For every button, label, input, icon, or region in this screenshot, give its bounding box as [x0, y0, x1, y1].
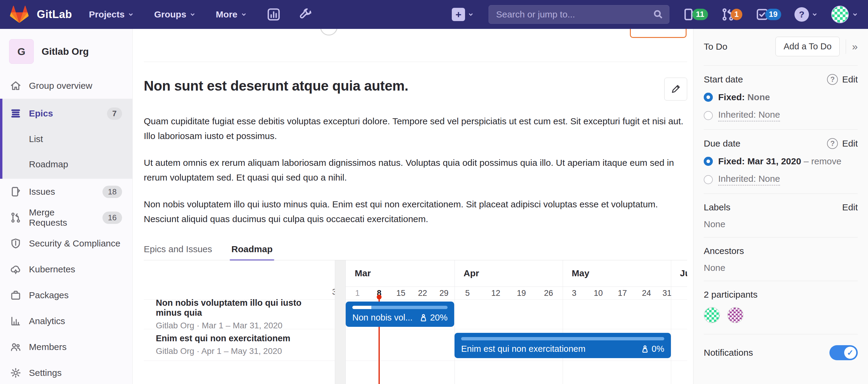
epic-icon	[10, 108, 21, 119]
issues-nav-button[interactable]: 11	[683, 8, 708, 21]
sidebar-item-epics-list[interactable]: List	[0, 127, 132, 152]
gitlab-tanuki-logo[interactable]	[10, 5, 29, 24]
epic-list-row[interactable]: Non nobis voluptatem illo qui iusto minu…	[144, 300, 327, 329]
help-menu-button[interactable]: ?	[795, 7, 818, 22]
epic-row-title: Non nobis voluptatem illo qui iusto minu…	[156, 298, 327, 318]
tab-roadmap[interactable]: Roadmap	[231, 238, 273, 260]
remove-due-date-link[interactable]: remove	[811, 156, 841, 166]
date-tick: 26	[544, 289, 553, 298]
chevron-down-icon	[241, 11, 247, 18]
radio-selected[interactable]	[704, 157, 713, 166]
epic-list-row[interactable]: Enim est qui non exercitationem Gitlab O…	[144, 329, 327, 360]
scrolled-header-strip	[144, 29, 687, 62]
due-date-section: Due date ? Edit Fixed: Mar 31, 2020 – re…	[704, 130, 858, 194]
participant-avatar[interactable]	[704, 307, 720, 323]
tab-epics-and-issues[interactable]: Epics and Issues	[144, 238, 212, 260]
description-paragraph: Non nobis voluptatem illo qui iusto minu…	[144, 197, 687, 226]
clipped-orange-button[interactable]	[630, 29, 687, 38]
due-date-edit-link[interactable]: Edit	[842, 138, 858, 149]
date-tick: 19	[517, 289, 526, 298]
date-tick: 17	[618, 289, 627, 298]
navbar-right: + 11 1 19 ?	[452, 5, 858, 24]
clipped-avatar	[320, 29, 338, 36]
edit-title-button[interactable]	[664, 78, 687, 101]
description-paragraph: Ut autem omnis ex rerum aliquam laborios…	[144, 155, 687, 185]
help-icon[interactable]: ?	[827, 74, 838, 85]
epic-weight: 0%	[641, 344, 664, 354]
epics-count-badge: 7	[107, 107, 122, 120]
start-date-inherited-option[interactable]: Inherited: None	[704, 109, 858, 121]
todo-label: To Do	[704, 41, 727, 52]
description-paragraph: Quam cupiditate fugiat esse debitis volu…	[144, 114, 687, 143]
epic-tabs: Epics and Issues Roadmap	[144, 238, 687, 260]
labels-edit-link[interactable]: Edit	[842, 202, 858, 212]
start-date-fixed-option[interactable]: Fixed: None	[704, 92, 858, 102]
search-input[interactable]	[489, 5, 670, 24]
issues-count-badge: 18	[102, 186, 122, 198]
search-container	[489, 5, 670, 24]
menu-projects[interactable]: Projects	[89, 9, 134, 20]
due-date-heading: Due date	[704, 138, 741, 149]
merge-requests-nav-button[interactable]: 1	[721, 8, 742, 21]
brand-wordmark[interactable]: GitLab	[37, 8, 72, 21]
radio-unselected[interactable]	[704, 111, 713, 120]
sidebar-item-issues[interactable]: Issues 18	[0, 179, 132, 205]
divider	[846, 39, 846, 54]
sidebar-item-settings[interactable]: Settings	[0, 360, 132, 384]
participants-heading: 2 participants	[704, 289, 757, 300]
sidebar-item-group-overview[interactable]: Group overview	[0, 73, 132, 99]
user-menu-button[interactable]	[831, 6, 858, 23]
epic-bar[interactable]: Non nobis vol... 20%	[346, 302, 454, 327]
due-date-inherited-option[interactable]: Inherited: None	[704, 174, 858, 186]
chevron-down-icon	[852, 11, 858, 18]
date-tick: 29	[439, 289, 448, 298]
roadmap-scrollbar-strip[interactable]	[335, 260, 346, 384]
plus-square-icon: +	[452, 8, 465, 21]
month-label: Ju	[680, 268, 687, 278]
cloud-gear-icon	[10, 264, 21, 275]
epic-description: Quam cupiditate fugiat esse debitis volu…	[144, 114, 687, 226]
notifications-toggle[interactable]: ✓	[830, 345, 858, 360]
radio-selected[interactable]	[704, 93, 713, 102]
sidebar-item-merge-requests[interactable]: Merge Requests 16	[0, 205, 132, 231]
right-sidebar: To Do Add a To Do » Start date ? Edit Fi…	[693, 29, 868, 384]
sidebar-item-epics-roadmap[interactable]: Roadmap	[0, 152, 132, 177]
sidebar-item-members[interactable]: Members	[0, 334, 132, 360]
charts-icon[interactable]	[267, 8, 280, 21]
home-icon	[10, 80, 21, 91]
shield-icon	[10, 238, 21, 249]
month-label: Mar	[355, 268, 371, 278]
date-tick: 24	[642, 289, 651, 298]
todo-count-badge: 19	[765, 9, 781, 20]
group-header[interactable]: G Gitlab Org	[0, 29, 132, 73]
date-tick: 15	[396, 289, 405, 298]
participant-avatar[interactable]	[727, 307, 744, 323]
epic-bar[interactable]: Enim est qui non exercitationem 0%	[455, 333, 671, 358]
search-icon	[653, 9, 663, 20]
sidebar-item-kubernetes[interactable]: Kubernetes	[0, 256, 132, 282]
help-icon[interactable]: ?	[827, 138, 838, 149]
month-label: May	[572, 268, 589, 278]
admin-wrench-icon[interactable]	[299, 8, 312, 21]
sidebar-item-epics[interactable]: Epics 7	[0, 101, 132, 127]
toggle-check-icon: ✓	[844, 347, 856, 359]
page-title: Non sunt est deserunt atque quia autem.	[144, 78, 408, 94]
labels-section: Labels Edit None	[704, 194, 858, 237]
collapse-sidebar-button[interactable]: »	[852, 41, 858, 53]
radio-unselected[interactable]	[704, 175, 713, 184]
todos-nav-button[interactable]: 19	[755, 8, 781, 21]
due-date-fixed-option[interactable]: Fixed: Mar 31, 2020 – remove	[704, 156, 858, 166]
new-menu-button[interactable]: +	[452, 8, 474, 21]
menu-more[interactable]: More	[216, 9, 247, 20]
menu-groups[interactable]: Groups	[154, 9, 196, 20]
chevron-down-icon	[811, 11, 818, 18]
sidebar-item-security[interactable]: Security & Compliance	[0, 231, 132, 256]
sidebar-item-analytics[interactable]: Analytics	[0, 308, 132, 334]
participants-section: 2 participants	[704, 281, 858, 331]
sidebar-item-packages[interactable]: Packages	[0, 282, 132, 308]
add-todo-button[interactable]: Add a To Do	[775, 37, 840, 56]
today-marker-dot	[377, 294, 381, 300]
start-date-edit-link[interactable]: Edit	[842, 74, 858, 84]
date-tick: 31	[662, 289, 672, 298]
start-date-section: Start date ? Edit Fixed: None Inherited:…	[704, 65, 858, 130]
